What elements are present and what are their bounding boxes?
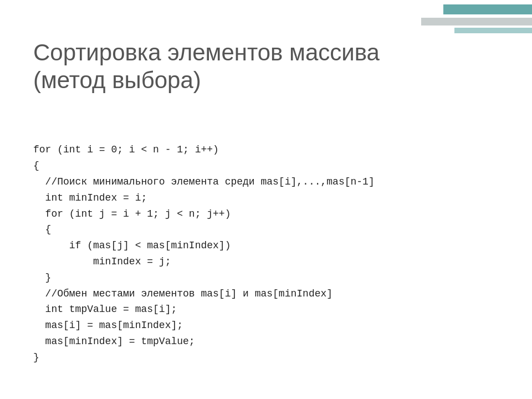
code-line: int tmpValue = mas[i]; [33,301,499,318]
code-line: //Обмен местами элементов mas[i] и mas[m… [33,286,499,302]
code-line: if (mas[j] < mas[minIndex]) [33,238,499,254]
code-line: mas[minIndex] = tmpValue; [33,334,499,350]
code-line: int minIndex = i; [33,190,499,206]
slide: Сортировка элементов массива (метод выбо… [0,0,532,399]
code-block: for (int i = 0; i < n - 1; i++){ //Поиск… [33,110,499,366]
code-line: mas[i] = mas[minIndex]; [33,318,499,334]
title-line1: Сортировка элементов массива [33,39,380,65]
code-line: minIndex = j; [33,254,499,270]
code-line: //Поиск минимального элемента среди mas[… [33,174,499,190]
gray-bar [421,18,532,25]
code-line: } [33,270,499,286]
teal-bar-1 [443,4,532,14]
teal-bar-2 [454,28,532,33]
title-line2: (метод выбора) [33,67,201,93]
code-line: { [33,222,499,238]
code-line: } [33,350,499,366]
code-line: { [33,158,499,174]
corner-decoration [421,0,532,33]
code-line: for (int i = 0; i < n - 1; i++) [33,142,499,158]
slide-title: Сортировка элементов массива (метод выбо… [33,39,499,95]
code-line: for (int j = i + 1; j < n; j++) [33,206,499,222]
